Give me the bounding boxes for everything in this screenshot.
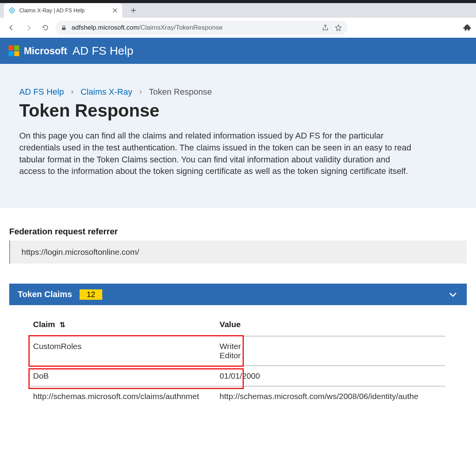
lock-icon — [61, 25, 67, 31]
breadcrumb-link-1[interactable]: Claims X-Ray — [80, 87, 132, 97]
sort-icon[interactable]: ⇅ — [60, 321, 65, 329]
url-text: adfshelp.microsoft.com/ClaimsXray/TokenR… — [72, 24, 316, 32]
chevron-right-icon: › — [139, 87, 142, 97]
tab-strip: Claims X-Ray | AD FS Help — [0, 0, 476, 18]
claims-table: Claim ⇅ Value CustomRolesWriterEditorDoB… — [9, 305, 467, 406]
forward-button[interactable] — [22, 21, 35, 35]
browser-toolbar: adfshelp.microsoft.com/ClaimsXray/TokenR… — [0, 18, 476, 38]
share-icon[interactable] — [321, 24, 329, 32]
claim-cell: http://schemas.microsoft.com/claims/auth… — [31, 386, 217, 407]
token-claims-title: Token Claims — [18, 289, 72, 299]
address-bar[interactable]: adfshelp.microsoft.com/ClaimsXray/TokenR… — [55, 21, 348, 35]
new-tab-button[interactable] — [128, 5, 139, 16]
reload-button[interactable] — [38, 21, 52, 35]
column-header-claim[interactable]: Claim ⇅ — [31, 316, 217, 336]
app-label[interactable]: AD FS Help — [73, 44, 133, 57]
content-section: Federation request referrer https://logi… — [0, 208, 476, 414]
value-cell: 01/01/2000 — [217, 366, 445, 386]
page-intro: On this page you can find all the claims… — [19, 130, 411, 177]
site-header: Microsoft AD FS Help — [0, 38, 476, 64]
favicon-icon — [8, 7, 15, 14]
table-row: DoB01/01/2000 — [31, 366, 445, 386]
url-host: adfshelp.microsoft.com — [72, 24, 139, 31]
claim-cell: CustomRoles — [31, 336, 217, 366]
browser-chrome: Claims X-Ray | AD FS Help adfshelp.micro… — [0, 0, 476, 38]
token-claims-accordion[interactable]: Token Claims 12 — [9, 284, 467, 305]
back-button[interactable] — [5, 21, 18, 35]
svg-rect-0 — [62, 27, 65, 30]
url-path: /ClaimsXray/TokenResponse — [139, 24, 223, 31]
referrer-value: https://login.microsoftonline.com/ — [9, 241, 467, 264]
referrer-label: Federation request referrer — [9, 227, 467, 237]
tab-title: Claims X-Ray | AD FS Help — [19, 7, 109, 13]
value-cell: http://schemas.microsoft.com/ws/2008/06/… — [217, 386, 445, 407]
page-title: Token Response — [19, 100, 457, 121]
brand-label: Microsoft — [24, 45, 67, 57]
value-cell: WriterEditor — [217, 336, 445, 366]
chevron-right-icon: › — [71, 87, 73, 97]
bookmark-icon[interactable] — [335, 24, 342, 32]
claim-cell: DoB — [31, 366, 217, 386]
breadcrumb-link-0[interactable]: AD FS Help — [19, 87, 64, 97]
close-tab-icon[interactable] — [112, 8, 118, 13]
chevron-down-icon — [448, 289, 458, 300]
extensions-icon[interactable] — [463, 23, 471, 32]
breadcrumb: AD FS Help › Claims X-Ray › Token Respon… — [19, 87, 457, 97]
column-header-value[interactable]: Value — [217, 316, 445, 336]
browser-tab[interactable]: Claims X-Ray | AD FS Help — [4, 3, 122, 18]
hero-section: AD FS Help › Claims X-Ray › Token Respon… — [0, 64, 476, 208]
microsoft-logo-icon — [8, 45, 19, 56]
claims-count-badge: 12 — [80, 289, 102, 300]
table-row: http://schemas.microsoft.com/claims/auth… — [31, 386, 445, 407]
breadcrumb-current: Token Response — [149, 87, 212, 97]
table-row: CustomRolesWriterEditor — [31, 336, 445, 366]
